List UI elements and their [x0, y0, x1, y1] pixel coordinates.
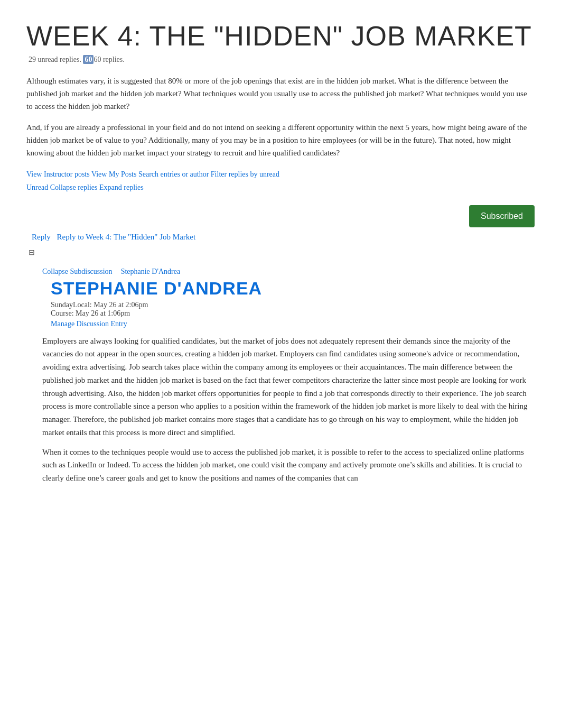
unread-link[interactable]: Unread	[26, 183, 48, 191]
subscribed-button[interactable]: Subscribed	[469, 205, 535, 227]
entry-header: Collapse Subdiscussion Stephanie D'Andre…	[42, 268, 535, 328]
collapse-icon: ⊟	[26, 248, 535, 257]
author-profile-link[interactable]: Stephanie D'Andrea	[121, 268, 181, 276]
view-my-posts-link[interactable]: View My Posts	[91, 170, 137, 178]
view-instructor-posts-link[interactable]: View Instructor posts	[26, 170, 90, 178]
action-links-bar: View Instructor posts View My Posts Sear…	[26, 168, 535, 194]
collapse-replies-link[interactable]: Collapse replies	[50, 183, 98, 191]
reply-link[interactable]: Reply	[32, 233, 51, 241]
unread-replies-text: 29 unread replies.	[29, 56, 81, 63]
discussion-entry: Collapse Subdiscussion Stephanie D'Andre…	[42, 268, 535, 485]
entry-timestamp: SundayLocal: May 26 at 2:06pmCourse: May…	[51, 301, 535, 318]
reply-count: 29 unread replies. 6060 replies.	[26, 56, 535, 64]
subscribed-container: Subscribed	[26, 205, 535, 227]
entry-header-links: Collapse Subdiscussion Stephanie D'Andre…	[42, 268, 535, 276]
reply-to-topic-link[interactable]: Reply to Week 4: The "Hidden" Job Market	[57, 233, 196, 241]
entry-body-paragraph-2: When it comes to the techniques people w…	[42, 446, 535, 485]
entry-body: Employers are always looking for qualifi…	[42, 335, 535, 485]
reply-count-highlight: 60	[83, 55, 94, 64]
author-name: STEPHANIE D'ANDREA	[51, 278, 535, 299]
page-title: WEEK 4: THE "HIDDEN" JOB MARKET	[26, 21, 535, 51]
reply-links-bar: Reply Reply to Week 4: The "Hidden" Job …	[26, 233, 535, 242]
description-paragraph-1: Although estimates vary, it is suggested…	[26, 75, 535, 113]
description-paragraph-2: And, if you are already a professional i…	[26, 121, 535, 159]
search-entries-link[interactable]: Search entries or author	[138, 170, 209, 178]
entry-body-paragraph-1: Employers are always looking for qualifi…	[42, 335, 535, 439]
reply-count-suffix: 60 replies.	[94, 56, 124, 63]
manage-discussion-entry-link[interactable]: Manage Discussion Entry	[51, 320, 535, 328]
expand-replies-link[interactable]: Expand replies	[99, 183, 144, 191]
collapse-subdiscussion-link[interactable]: Collapse Subdiscussion	[42, 268, 113, 276]
filter-replies-link[interactable]: Filter replies by unread	[211, 170, 279, 178]
